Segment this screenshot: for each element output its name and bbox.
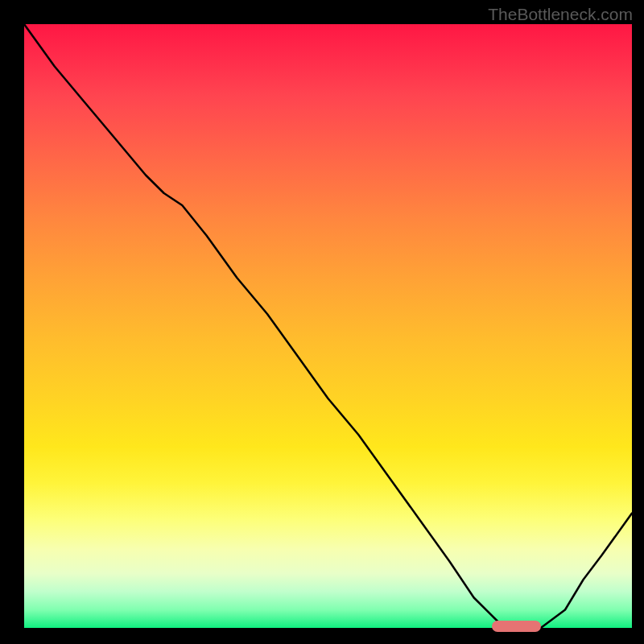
chart-container: TheBottleneck.com	[0, 0, 644, 644]
gradient-background	[24, 24, 632, 628]
optimal-range-marker	[492, 621, 540, 632]
watermark-text: TheBottleneck.com	[488, 5, 633, 24]
